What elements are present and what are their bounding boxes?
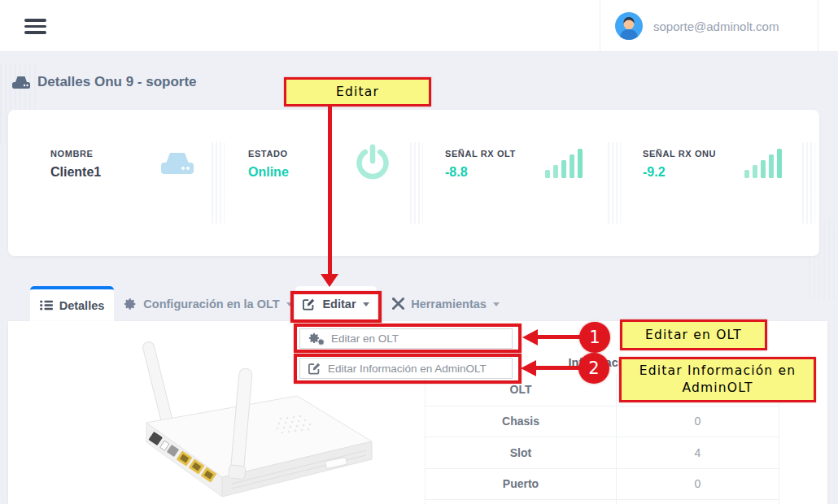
annotation-box-editar-informacion <box>294 354 522 384</box>
annotation-editar-callout: Editar <box>284 77 431 106</box>
annotation-arrow-1-head <box>522 329 538 345</box>
table-row: Chasis 0 <box>425 406 779 437</box>
onu-device-icon <box>11 76 31 89</box>
stat-divider <box>608 142 621 224</box>
stat-nombre: NOMBRE Cliente1 <box>50 149 101 180</box>
signal-bars-icon <box>545 149 584 178</box>
annotation-step-2-badge: 2 <box>578 353 609 384</box>
page-title: Detalles Onu 9 - soporte <box>11 74 197 90</box>
hamburger-menu-icon[interactable] <box>24 19 46 34</box>
tab-configuracion-olt[interactable]: Configuración en la OLT <box>122 286 295 321</box>
user-avatar-icon <box>615 12 643 40</box>
signal-bars-icon <box>744 149 783 178</box>
user-account-menu[interactable]: soporte@adminolt.com <box>600 0 818 52</box>
top-header: soporte@adminolt.com <box>0 0 838 52</box>
power-icon <box>354 144 391 181</box>
annotation-callout-editar-informacion: Editar Información en AdminOLT <box>619 357 816 402</box>
annotation-arrow-down-head <box>321 274 338 287</box>
annotation-arrow-down <box>328 106 332 275</box>
gear-icon <box>124 298 137 311</box>
stat-divider <box>410 142 423 224</box>
tab-detalles[interactable]: Detalles <box>30 286 114 321</box>
tools-icon <box>392 298 404 310</box>
list-icon <box>40 300 53 311</box>
stat-divider <box>212 142 225 224</box>
annotation-arrow-2 <box>536 366 579 370</box>
stat-estado: ESTADO Online <box>248 149 289 180</box>
user-email: soporte@adminolt.com <box>653 20 779 33</box>
chevron-down-icon <box>493 302 500 306</box>
modem-icon <box>159 150 195 176</box>
annotation-arrow-1 <box>538 335 581 339</box>
tab-herramientas[interactable]: Herramientas <box>386 286 506 321</box>
table-row-partial <box>425 499 779 504</box>
onu-status-card: NOMBRE Cliente1 ESTADO Online SEÑAL RX O… <box>8 110 819 256</box>
annotation-box-editar-en-olt <box>294 324 522 353</box>
annotation-callout-editar-en-olt: Editar en OLT <box>620 319 767 350</box>
annotation-step-1-badge: 1 <box>579 322 610 353</box>
table-row: Puerto 0 <box>425 468 779 500</box>
stat-divider <box>802 142 815 224</box>
table-row: Slot 4 <box>425 437 779 468</box>
stat-senal-rx-onu: SEÑAL RX ONU -9.2 <box>643 149 716 180</box>
annotation-box-editar-tab <box>290 291 382 323</box>
stat-senal-rx-olt: SEÑAL RX OLT -8.8 <box>445 149 516 180</box>
annotation-arrow-2-head <box>521 360 536 376</box>
